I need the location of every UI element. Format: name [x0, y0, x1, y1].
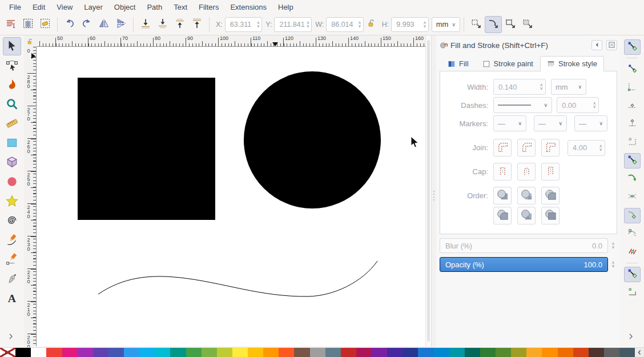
color-swatch[interactable] — [124, 348, 139, 357]
color-swatch[interactable] — [186, 348, 202, 357]
order-3[interactable] — [541, 187, 560, 204]
y-spinner[interactable]: ∧∨ — [307, 21, 310, 28]
deselect[interactable] — [37, 16, 54, 33]
snapbar-expander[interactable] — [627, 332, 637, 343]
scale-stroke[interactable] — [485, 16, 502, 33]
w-input[interactable]: 86.014 ∧∨ — [326, 17, 364, 32]
join-round[interactable] — [493, 139, 512, 157]
snap-path-intersections[interactable] — [624, 190, 641, 205]
color-swatch[interactable] — [170, 348, 186, 357]
join-bevel[interactable] — [517, 139, 536, 157]
snap-bbox[interactable] — [624, 62, 641, 77]
ellipse[interactable] — [3, 173, 21, 191]
color-swatch[interactable] — [387, 348, 402, 357]
menu-stroke style[interactable]: Stroke style — [540, 56, 604, 71]
box3d[interactable] — [3, 154, 21, 172]
dash-offset-spinner[interactable]: ∧∨ — [593, 102, 597, 109]
lock-ratio-button[interactable] — [365, 18, 378, 31]
menu-item[interactable]: Text — [168, 1, 193, 13]
measure[interactable] — [3, 115, 21, 133]
order-6[interactable] — [541, 207, 560, 224]
menu-item[interactable]: Edit — [27, 1, 51, 13]
color-swatch[interactable] — [294, 348, 309, 357]
order-4[interactable] — [493, 207, 512, 224]
h-spinner[interactable]: ∧∨ — [423, 21, 426, 28]
order-1[interactable] — [493, 187, 512, 204]
s-curve-path-shape[interactable] — [98, 261, 377, 296]
toolbox-expander[interactable] — [7, 332, 17, 343]
y-input[interactable]: 211.841 ∧∨ — [274, 17, 312, 32]
color-swatch[interactable] — [62, 348, 78, 357]
flip-vertical[interactable] — [112, 16, 130, 33]
color-swatch[interactable] — [372, 348, 387, 357]
bezier[interactable] — [3, 251, 21, 269]
text[interactable]: A — [3, 290, 21, 308]
color-swatch[interactable] — [434, 348, 449, 357]
color-swatch[interactable] — [573, 348, 589, 357]
color-swatch[interactable] — [15, 348, 31, 357]
color-swatch[interactable] — [31, 348, 46, 357]
order-5[interactable] — [517, 207, 536, 224]
color-swatch[interactable] — [78, 348, 93, 357]
black-circle-shape[interactable] — [244, 71, 381, 208]
color-swatch[interactable] — [310, 348, 325, 357]
color-swatch[interactable] — [263, 348, 279, 357]
select-all-layers[interactable] — [19, 16, 37, 33]
tweak[interactable] — [3, 76, 21, 94]
color-swatch[interactable] — [93, 348, 108, 357]
color-swatch[interactable] — [542, 348, 557, 357]
opacity-slider[interactable]: Opacity (%) 100.0 — [440, 257, 608, 272]
vertical-scrollbar[interactable] — [425, 35, 431, 346]
x-spinner[interactable]: ∧∨ — [257, 21, 260, 28]
snap-bbox-midpoints[interactable] — [624, 117, 641, 132]
node-editor[interactable] — [3, 57, 21, 75]
blur-spinner[interactable]: ∧∨ — [609, 242, 617, 249]
dash-pattern-select[interactable]: ∨ — [493, 97, 552, 113]
spiral[interactable] — [3, 212, 21, 230]
scale-move[interactable] — [468, 16, 485, 33]
color-swatch[interactable] — [496, 348, 511, 357]
snap-cusp-nodes[interactable] — [624, 208, 641, 223]
menu-item[interactable]: Layer — [78, 1, 108, 13]
snap-page-border[interactable] — [624, 135, 641, 150]
selector[interactable] — [3, 37, 21, 55]
snap-paths[interactable] — [624, 171, 641, 187]
snap-master[interactable] — [624, 39, 641, 55]
stroke-width-input[interactable]: 0.140 ∧∨ — [493, 79, 546, 95]
color-swatch[interactable] — [511, 348, 526, 357]
color-swatch[interactable] — [202, 348, 217, 357]
snap-bbox-edge-midpoints[interactable] — [624, 98, 641, 114]
canvas[interactable] — [37, 47, 425, 346]
pencil[interactable] — [3, 231, 21, 250]
menu-stroke paint[interactable]: Stroke paint — [476, 56, 540, 71]
vertical-scrollbar-handle[interactable] — [427, 40, 430, 342]
color-swatch[interactable] — [139, 348, 155, 357]
menu-item[interactable]: Extensions — [224, 1, 272, 13]
redo[interactable] — [78, 16, 95, 33]
color-swatch[interactable] — [232, 348, 248, 357]
color-swatch[interactable] — [325, 348, 341, 357]
scale-corners[interactable] — [502, 16, 519, 33]
color-swatch[interactable] — [449, 348, 465, 357]
h-input[interactable]: 9.993 ∧∨ — [391, 17, 429, 32]
select-all[interactable]: 1 — [2, 16, 19, 33]
drawing-shapes[interactable] — [37, 47, 425, 346]
raise-to-top[interactable] — [188, 16, 206, 33]
snap-others[interactable] — [624, 267, 641, 282]
width-spinner[interactable]: ∧∨ — [540, 83, 544, 90]
guides-lock-icon[interactable] — [26, 38, 34, 47]
menu-item[interactable]: File — [3, 1, 27, 13]
snap-line-midpoints[interactable] — [624, 244, 641, 260]
color-swatch[interactable] — [418, 348, 433, 357]
miter-spinner[interactable]: ∧∨ — [599, 145, 603, 151]
snap-smooth-nodes[interactable] — [624, 226, 641, 242]
color-swatch[interactable] — [248, 348, 263, 357]
panel-collapse-button[interactable] — [591, 40, 602, 50]
color-swatch[interactable] — [108, 348, 124, 357]
snap-object-centers[interactable] — [624, 285, 641, 300]
order-2[interactable] — [517, 187, 536, 204]
color-swatch[interactable] — [480, 348, 496, 357]
palette-scroll-left[interactable] — [635, 348, 644, 357]
menu-fill[interactable]: Fill — [441, 56, 476, 71]
snap-bbox-corners[interactable] — [624, 80, 641, 95]
